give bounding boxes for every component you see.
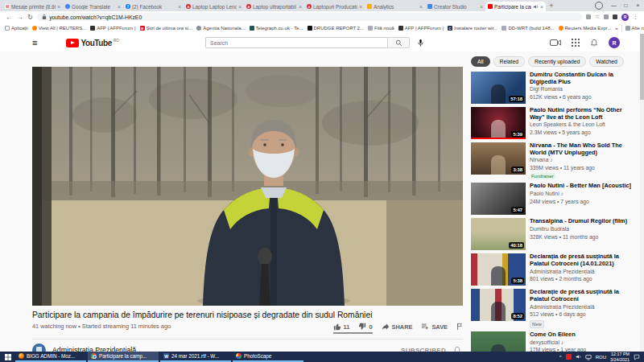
bookmark-drudge[interactable]: DRUDGE REPORT 2... (308, 26, 364, 31)
related-video[interactable]: 5:38 Declarația de presă susținută la Pa… (471, 253, 638, 286)
related-video[interactable]: 3:38 Nirvana - The Man Who Sold The Worl… (471, 142, 638, 179)
taskbar-item-photoscape[interactable]: PhotoScape (233, 352, 303, 362)
report-button[interactable] (456, 323, 463, 331)
tab-close-icon[interactable]: × (540, 4, 543, 10)
tab-emag-laptop-3[interactable]: e Laptopuri Producato... × (304, 2, 365, 11)
tab-close-icon[interactable]: × (299, 4, 302, 10)
video-thumbnail[interactable]: 40:18 (471, 218, 526, 250)
chip-watched[interactable]: Watched (589, 56, 624, 67)
network-icon[interactable] (585, 354, 592, 360)
extension-icon[interactable] (586, 14, 591, 19)
video-channel[interactable]: Dumitru Budrala (530, 226, 627, 232)
video-channel[interactable]: Nirvana ♪ (530, 157, 638, 163)
bookmark-star-icon[interactable]: ☆ (595, 13, 600, 21)
volume-icon[interactable] (576, 354, 581, 360)
related-video[interactable]: 40:18 Transalpina - Drumul Regilor (film… (471, 218, 638, 250)
video-channel[interactable]: Administrația Prezidențială (530, 269, 638, 275)
video-title[interactable]: Come On Eileen (530, 331, 586, 339)
extension-icon[interactable] (604, 14, 609, 19)
tab-close-icon[interactable]: × (359, 4, 362, 10)
guide-menu-icon[interactable]: ≡ (32, 38, 37, 47)
like-button[interactable]: 11 (333, 323, 350, 331)
chip-related[interactable]: Related (493, 56, 525, 67)
tab-close-icon[interactable]: × (238, 4, 242, 10)
browser-menu-icon[interactable]: ⋮ (633, 13, 638, 21)
chip-recently-uploaded[interactable]: Recently uploaded (528, 56, 586, 67)
window-minimize-button[interactable]: — (608, 0, 620, 11)
bookmark-reuters[interactable]: View All | REUTERS... (32, 26, 86, 31)
voice-search-button[interactable] (417, 39, 424, 47)
tab-audio-icon[interactable] (533, 4, 539, 10)
video-thumbnail[interactable]: 3:38 (471, 142, 526, 175)
reload-button[interactable]: ↻ (27, 13, 33, 21)
bookmark-stiri[interactable]: M Știri de ultima ora si... (140, 26, 193, 31)
extensions-menu-icon[interactable] (613, 14, 617, 19)
youtube-logo[interactable]: YouTube RO (66, 39, 118, 47)
tab-close-icon[interactable]: × (178, 4, 181, 10)
video-thumbnail[interactable]: 5:38 (471, 253, 526, 286)
new-tab-button[interactable]: + (546, 2, 557, 10)
language-indicator[interactable]: ROU (596, 355, 606, 360)
page-scrollbar[interactable] (640, 34, 644, 352)
tab-creator-studio[interactable]: Creator Studio × (425, 2, 485, 11)
share-button[interactable]: SHARE (382, 323, 413, 331)
related-video[interactable]: 5:47 Paolo Nutini - Better Man [Acoustic… (471, 183, 638, 215)
forward-button[interactable]: → (17, 13, 24, 21)
window-maximize-button[interactable]: □ (620, 0, 632, 11)
chip-all[interactable]: All (471, 56, 490, 67)
video-title[interactable]: Dumitru Constantin Dulcan la Digipedia P… (530, 72, 638, 85)
bookmark-telegraph[interactable]: Telegraph.co.uk - Te... (250, 26, 303, 31)
video-channel[interactable]: Leon Speakers & the Leon Loft (530, 121, 638, 128)
create-video-icon[interactable] (550, 39, 561, 47)
bookmark-afp[interactable]: AFP | AFPForum | (90, 26, 135, 31)
video-thumbnail[interactable]: 5:47 (471, 183, 526, 215)
start-button[interactable] (0, 352, 15, 362)
back-button[interactable]: ← (6, 13, 13, 21)
video-title[interactable]: Declarație de presă susținută la Palatul… (530, 289, 638, 302)
video-thumbnail[interactable]: 5:39 (471, 107, 526, 139)
tab-close-icon[interactable]: × (480, 4, 483, 10)
taskbar-item-word[interactable]: W 24 mar 2021.rtf - W... (160, 352, 231, 362)
bookmark-router[interactable]: C Instalare router wir... (448, 26, 497, 31)
video-title[interactable]: Paolo Nutini - Better Man [Acoustic] (530, 183, 631, 190)
window-close-button[interactable]: × (632, 0, 644, 11)
bookmark-afp-2[interactable]: AFP | AFPForum | (398, 26, 444, 31)
video-title[interactable]: Transalpina - Drumul Regilor (film) (530, 218, 627, 225)
bookmarks-overflow-icon[interactable]: » (615, 26, 617, 31)
tray-app-icon[interactable] (566, 354, 572, 360)
bookmark-ddwrt[interactable]: DD-WRT (build 148... (502, 26, 554, 31)
action-center-icon[interactable] (634, 354, 640, 360)
related-video[interactable]: 57:18 Dumitru Constantin Dulcan la Digip… (471, 72, 638, 104)
tab-close-icon[interactable]: × (57, 4, 60, 10)
hidden-icons-caret[interactable]: ^ (559, 355, 562, 360)
dislike-button[interactable]: 0 (358, 323, 372, 331)
tab-close-icon[interactable]: × (118, 4, 121, 10)
scrollbar-thumb[interactable] (640, 34, 644, 100)
video-title[interactable]: Declarația de presă susținută la Palatul… (530, 253, 638, 267)
taskbar-item-firefox[interactable]: BIGG ADMIN - Moz... (15, 352, 86, 362)
save-button[interactable]: SAVE (421, 323, 448, 331)
tab-google-translate[interactable]: Google Translate × (63, 2, 123, 11)
taskbar-clock[interactable]: 12:17 PM 3/24/2021 (610, 352, 630, 361)
tab-youtube-active[interactable]: Participare la cam... × (485, 2, 546, 11)
tab-analytics[interactable]: Analytics × (365, 2, 425, 11)
video-title[interactable]: Nirvana - The Man Who Sold The World (MT… (530, 142, 638, 156)
tab-close-icon[interactable]: × (419, 4, 423, 10)
bookmark-agentia[interactable]: Agentia Nationala... (196, 26, 245, 31)
tab-gmail[interactable]: M Mesaje primite (8.66... × (2, 2, 63, 11)
account-avatar[interactable]: R (609, 37, 620, 48)
taskbar-item-chrome[interactable]: Participare la camp... (88, 352, 159, 362)
search-input[interactable] (205, 37, 387, 48)
video-thumbnail[interactable]: 57:18 (471, 72, 526, 104)
tab-emag-laptop-2[interactable]: e Laptop ultraportabil L... × (244, 2, 304, 11)
tab-facebook[interactable]: f (2) Facebook × (123, 2, 184, 11)
bookmark-reuters-media[interactable]: Reuters Media Expr... (559, 26, 612, 31)
video-title[interactable]: Paolo Nutini performs “No Other Way” liv… (530, 107, 638, 121)
video-player[interactable] (32, 67, 463, 306)
video-channel[interactable]: Paolo Nutini ♪ (530, 191, 631, 197)
browser-user-icon[interactable] (595, 2, 603, 10)
related-video[interactable]: 8:52 Declarație de presă susținută la Pa… (471, 289, 638, 327)
bookmark-fila-noua[interactable]: Filă nouă (368, 26, 394, 31)
notifications-bell-icon[interactable] (590, 39, 598, 47)
address-bar[interactable]: youtube.com/watch?v=qbC1M-HKzE0 (37, 13, 582, 21)
